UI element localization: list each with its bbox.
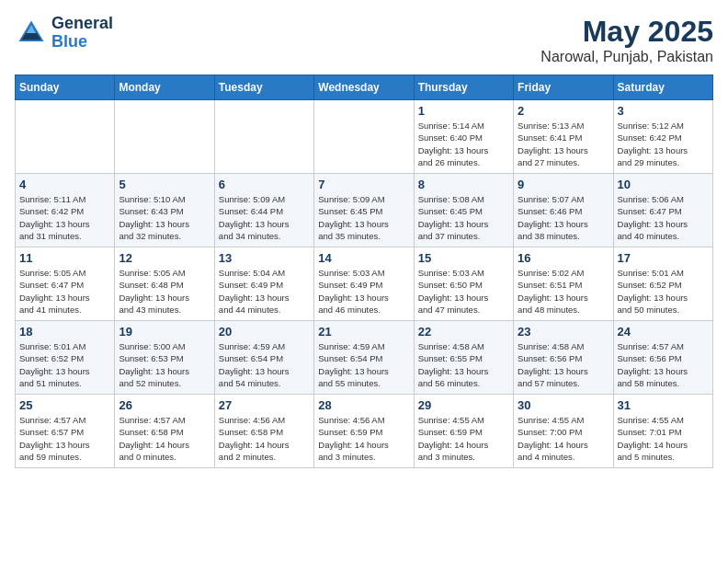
day-info: Sunrise: 4:56 AM Sunset: 6:58 PM Dayligh… — [219, 414, 310, 463]
day-number: 5 — [119, 178, 210, 191]
day-info: Sunrise: 5:03 AM Sunset: 6:49 PM Dayligh… — [318, 267, 409, 316]
header-day-monday: Monday — [115, 75, 214, 100]
day-number: 17 — [618, 251, 709, 265]
day-info: Sunrise: 5:12 AM Sunset: 6:42 PM Dayligh… — [618, 120, 709, 168]
day-info: Sunrise: 4:58 AM Sunset: 6:55 PM Dayligh… — [418, 340, 509, 389]
day-number: 8 — [418, 178, 509, 191]
day-number: 10 — [618, 178, 709, 191]
day-number: 27 — [219, 398, 310, 412]
calendar-cell: 21Sunrise: 4:59 AM Sunset: 6:54 PM Dayli… — [314, 321, 414, 395]
subtitle: Narowal, Punjab, Pakistan — [540, 49, 713, 65]
day-number: 15 — [418, 251, 509, 265]
page-header: General Blue May 2025 Narowal, Punjab, P… — [15, 15, 713, 65]
day-info: Sunrise: 4:58 AM Sunset: 6:56 PM Dayligh… — [518, 340, 609, 389]
calendar-cell: 15Sunrise: 5:03 AM Sunset: 6:50 PM Dayli… — [414, 247, 513, 321]
day-info: Sunrise: 5:05 AM Sunset: 6:47 PM Dayligh… — [19, 267, 110, 316]
day-info: Sunrise: 5:08 AM Sunset: 6:45 PM Dayligh… — [418, 193, 509, 242]
day-number: 25 — [19, 398, 110, 412]
day-info: Sunrise: 4:57 AM Sunset: 6:58 PM Dayligh… — [119, 414, 210, 463]
day-info: Sunrise: 5:00 AM Sunset: 6:53 PM Dayligh… — [119, 340, 210, 389]
day-number: 19 — [119, 325, 210, 339]
day-number: 18 — [19, 325, 110, 339]
calendar-cell: 29Sunrise: 4:55 AM Sunset: 6:59 PM Dayli… — [414, 395, 513, 468]
title-block: May 2025 Narowal, Punjab, Pakistan — [540, 15, 713, 65]
day-number: 1 — [418, 104, 509, 118]
calendar-cell: 5Sunrise: 5:10 AM Sunset: 6:43 PM Daylig… — [115, 174, 214, 247]
logo-icon — [15, 17, 48, 50]
header-day-friday: Friday — [514, 75, 613, 100]
calendar-cell: 9Sunrise: 5:07 AM Sunset: 6:46 PM Daylig… — [514, 174, 613, 247]
day-number: 31 — [618, 398, 709, 412]
day-info: Sunrise: 5:11 AM Sunset: 6:42 PM Dayligh… — [19, 193, 110, 242]
logo-text: General Blue — [51, 15, 113, 52]
day-info: Sunrise: 5:10 AM Sunset: 6:43 PM Dayligh… — [119, 193, 210, 242]
calendar-week-2: 4Sunrise: 5:11 AM Sunset: 6:42 PM Daylig… — [16, 174, 713, 247]
day-number: 12 — [119, 251, 210, 265]
calendar-cell: 12Sunrise: 5:05 AM Sunset: 6:48 PM Dayli… — [115, 247, 214, 321]
calendar-cell: 7Sunrise: 5:09 AM Sunset: 6:45 PM Daylig… — [314, 174, 414, 247]
calendar-cell: 1Sunrise: 5:14 AM Sunset: 6:40 PM Daylig… — [414, 100, 513, 174]
calendar-cell: 2Sunrise: 5:13 AM Sunset: 6:41 PM Daylig… — [514, 100, 613, 174]
calendar-cell: 4Sunrise: 5:11 AM Sunset: 6:42 PM Daylig… — [16, 174, 115, 247]
day-info: Sunrise: 5:09 AM Sunset: 6:44 PM Dayligh… — [219, 193, 310, 242]
day-info: Sunrise: 5:05 AM Sunset: 6:48 PM Dayligh… — [119, 267, 210, 316]
day-number: 20 — [219, 325, 310, 339]
day-number: 14 — [318, 251, 409, 265]
day-info: Sunrise: 4:55 AM Sunset: 7:01 PM Dayligh… — [618, 414, 709, 463]
day-info: Sunrise: 4:59 AM Sunset: 6:54 PM Dayligh… — [219, 340, 310, 389]
day-number: 21 — [318, 325, 409, 339]
day-info: Sunrise: 5:01 AM Sunset: 6:52 PM Dayligh… — [19, 340, 110, 389]
calendar-cell: 18Sunrise: 5:01 AM Sunset: 6:52 PM Dayli… — [16, 321, 115, 395]
day-number: 24 — [618, 325, 709, 339]
day-number: 11 — [19, 251, 110, 265]
calendar-cell: 3Sunrise: 5:12 AM Sunset: 6:42 PM Daylig… — [613, 100, 712, 174]
header-day-tuesday: Tuesday — [214, 75, 313, 100]
day-number: 26 — [119, 398, 210, 412]
calendar-cell: 22Sunrise: 4:58 AM Sunset: 6:55 PM Dayli… — [414, 321, 513, 395]
main-title: May 2025 — [540, 15, 713, 49]
day-number: 7 — [318, 178, 409, 191]
day-info: Sunrise: 5:04 AM Sunset: 6:49 PM Dayligh… — [219, 267, 310, 316]
logo: General Blue — [15, 15, 113, 52]
calendar-cell: 20Sunrise: 4:59 AM Sunset: 6:54 PM Dayli… — [214, 321, 313, 395]
calendar-body: 1Sunrise: 5:14 AM Sunset: 6:40 PM Daylig… — [16, 100, 713, 468]
header-row: SundayMondayTuesdayWednesdayThursdayFrid… — [16, 75, 713, 100]
calendar-cell: 25Sunrise: 4:57 AM Sunset: 6:57 PM Dayli… — [16, 395, 115, 468]
day-number: 6 — [219, 178, 310, 191]
day-number: 2 — [518, 104, 609, 118]
calendar-cell: 24Sunrise: 4:57 AM Sunset: 6:56 PM Dayli… — [613, 321, 712, 395]
day-number: 23 — [518, 325, 609, 339]
day-info: Sunrise: 5:14 AM Sunset: 6:40 PM Dayligh… — [418, 120, 509, 168]
day-info: Sunrise: 5:07 AM Sunset: 6:46 PM Dayligh… — [518, 193, 609, 242]
calendar-cell: 27Sunrise: 4:56 AM Sunset: 6:58 PM Dayli… — [214, 395, 313, 468]
day-info: Sunrise: 5:01 AM Sunset: 6:52 PM Dayligh… — [618, 267, 709, 316]
day-number: 22 — [418, 325, 509, 339]
calendar-cell — [115, 100, 214, 174]
header-day-wednesday: Wednesday — [314, 75, 414, 100]
calendar-cell: 14Sunrise: 5:03 AM Sunset: 6:49 PM Dayli… — [314, 247, 414, 321]
header-day-saturday: Saturday — [613, 75, 712, 100]
calendar-cell: 17Sunrise: 5:01 AM Sunset: 6:52 PM Dayli… — [613, 247, 712, 321]
day-info: Sunrise: 4:57 AM Sunset: 6:56 PM Dayligh… — [618, 340, 709, 389]
day-info: Sunrise: 5:09 AM Sunset: 6:45 PM Dayligh… — [318, 193, 409, 242]
calendar-header: SundayMondayTuesdayWednesdayThursdayFrid… — [16, 75, 713, 100]
calendar-cell: 28Sunrise: 4:56 AM Sunset: 6:59 PM Dayli… — [314, 395, 414, 468]
day-number: 13 — [219, 251, 310, 265]
calendar-cell — [16, 100, 115, 174]
day-info: Sunrise: 4:55 AM Sunset: 7:00 PM Dayligh… — [518, 414, 609, 463]
day-number: 30 — [518, 398, 609, 412]
calendar-week-5: 25Sunrise: 4:57 AM Sunset: 6:57 PM Dayli… — [16, 395, 713, 468]
day-number: 9 — [518, 178, 609, 191]
calendar-week-4: 18Sunrise: 5:01 AM Sunset: 6:52 PM Dayli… — [16, 321, 713, 395]
day-info: Sunrise: 4:59 AM Sunset: 6:54 PM Dayligh… — [318, 340, 409, 389]
header-day-thursday: Thursday — [414, 75, 513, 100]
day-info: Sunrise: 5:06 AM Sunset: 6:47 PM Dayligh… — [618, 193, 709, 242]
calendar-cell: 19Sunrise: 5:00 AM Sunset: 6:53 PM Dayli… — [115, 321, 214, 395]
day-info: Sunrise: 4:57 AM Sunset: 6:57 PM Dayligh… — [19, 414, 110, 463]
day-number: 4 — [19, 178, 110, 191]
calendar-cell: 26Sunrise: 4:57 AM Sunset: 6:58 PM Dayli… — [115, 395, 214, 468]
calendar-cell: 6Sunrise: 5:09 AM Sunset: 6:44 PM Daylig… — [214, 174, 313, 247]
calendar-cell: 23Sunrise: 4:58 AM Sunset: 6:56 PM Dayli… — [514, 321, 613, 395]
calendar-week-3: 11Sunrise: 5:05 AM Sunset: 6:47 PM Dayli… — [16, 247, 713, 321]
day-number: 29 — [418, 398, 509, 412]
